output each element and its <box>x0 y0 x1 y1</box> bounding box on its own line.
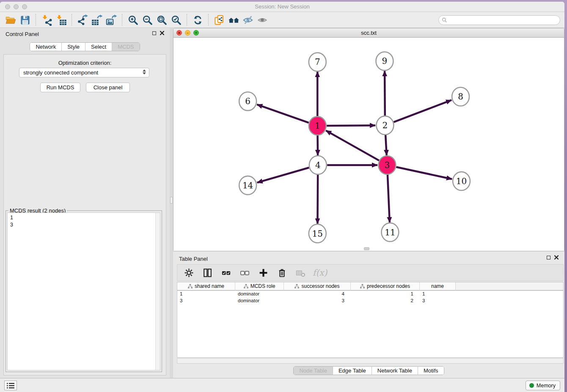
zoom-out-icon[interactable] <box>140 13 154 27</box>
tab-mcds[interactable]: MCDS <box>112 43 139 51</box>
table-cell[interactable]: 4 <box>284 291 351 298</box>
node-table[interactable]: shared nameMCDS rolesuccessor nodesprede… <box>177 282 564 358</box>
graph-edge-3-1[interactable] <box>326 130 379 160</box>
graph-node-label: 2 <box>383 120 388 130</box>
column-header-MCDS-role[interactable]: MCDS role <box>235 282 284 291</box>
table-panel-title: Table Panel <box>179 256 208 262</box>
criterion-select[interactable]: strongly connected component <box>19 68 149 77</box>
tab-edge-table[interactable]: Edge Table <box>333 367 372 375</box>
export-network-icon[interactable] <box>75 13 90 27</box>
export-table-icon[interactable] <box>90 13 104 27</box>
table-cell[interactable]: dominator <box>235 291 284 298</box>
splitter-handle[interactable] <box>170 197 173 204</box>
search-input[interactable] <box>449 17 560 24</box>
mcds-panel: Optimization criterion: strongly connect… <box>3 54 166 375</box>
graph-node-label: 4 <box>315 160 321 170</box>
eye-icon[interactable] <box>255 13 270 27</box>
graph-edge-2-9[interactable] <box>385 71 385 116</box>
close-table-panel-icon[interactable] <box>554 255 559 259</box>
mcds-result-textarea[interactable]: 1 3 <box>7 213 160 370</box>
export-image-icon[interactable] <box>104 13 118 27</box>
table-cell[interactable]: 2 <box>351 298 420 304</box>
graph-edge-1-6[interactable] <box>257 105 308 123</box>
table-cell[interactable]: 3 <box>284 298 351 304</box>
graph-edge-3-11[interactable] <box>388 174 390 223</box>
zoom-selected-icon[interactable] <box>169 13 183 27</box>
tab-node-table[interactable]: Node Table <box>294 367 333 375</box>
table-header-row: shared nameMCDS rolesuccessor nodesprede… <box>177 282 563 291</box>
table-horizontal-scrollbar[interactable] <box>177 358 564 364</box>
graph-node-7[interactable]: 7 <box>309 52 326 71</box>
close-panel-icon[interactable] <box>160 31 164 35</box>
graph-node-15[interactable]: 15 <box>309 224 326 243</box>
table-row[interactable]: 3dominator323 <box>177 298 563 304</box>
import-network-icon[interactable] <box>39 13 54 27</box>
table-cell[interactable]: 1 <box>351 291 420 298</box>
table-cell[interactable]: 3 <box>177 298 235 304</box>
refresh-icon[interactable] <box>190 13 205 27</box>
graph-edge-4-14[interactable] <box>257 168 309 182</box>
memory-button[interactable]: Memory <box>526 381 560 390</box>
table-cell[interactable]: dominator <box>235 298 284 304</box>
close-panel-button[interactable]: Close panel <box>86 83 130 92</box>
network-view-title: scc.txt <box>173 30 564 36</box>
table-row[interactable]: 1dominator411 <box>177 291 563 298</box>
select-stepper-icon <box>143 69 146 75</box>
network-canvas[interactable]: 1234678910111415 <box>173 38 564 251</box>
canvas-resize-grip[interactable] <box>364 247 369 250</box>
table-cell[interactable]: 1 <box>177 291 235 298</box>
deselect-all-icon[interactable] <box>238 266 251 279</box>
graph-node-10[interactable]: 10 <box>453 172 470 190</box>
graph-node-14[interactable]: 14 <box>239 176 256 195</box>
float-table-panel-icon[interactable] <box>547 256 550 259</box>
table-cell[interactable]: 3 <box>420 298 456 304</box>
graph-node-9[interactable]: 9 <box>376 52 393 70</box>
column-header-successor-nodes[interactable]: successor nodes <box>284 282 351 291</box>
graph-node-2[interactable]: 2 <box>376 116 394 135</box>
graph-edge-3-10[interactable] <box>396 167 452 179</box>
run-mcds-button[interactable]: Run MCDS <box>40 83 80 92</box>
home-icon[interactable] <box>226 13 241 27</box>
memory-label: Memory <box>537 383 556 389</box>
folder-open-icon[interactable] <box>3 13 18 27</box>
column-visibility-icon[interactable] <box>201 266 214 279</box>
table-cell[interactable]: 1 <box>420 291 456 298</box>
import-table-icon[interactable] <box>54 13 68 27</box>
tab-style[interactable]: Style <box>61 43 85 51</box>
column-header-name[interactable]: name <box>420 282 456 291</box>
task-history-button[interactable] <box>4 381 17 390</box>
graph-edge-2-8[interactable] <box>394 100 451 122</box>
clone-network-icon[interactable] <box>212 13 226 27</box>
result-scrollbar[interactable] <box>155 213 160 370</box>
graph-node-1[interactable]: 1 <box>309 116 326 135</box>
save-icon[interactable] <box>18 13 32 27</box>
column-header-predecessor-nodes[interactable]: predecessor nodes <box>351 282 420 291</box>
panel-splitter-vertical[interactable] <box>170 28 173 378</box>
zoom-fit-icon[interactable] <box>154 13 169 27</box>
zoom-in-icon[interactable] <box>126 13 140 27</box>
graph-edge-1-4[interactable] <box>317 135 318 155</box>
control-panel: Control Panel NetworkStyleSelectMCDS Opt… <box>0 28 170 378</box>
graph-node-4[interactable]: 4 <box>309 156 327 174</box>
graph-node-8[interactable]: 8 <box>452 87 469 106</box>
add-column-icon[interactable] <box>257 266 270 279</box>
eye-hide-icon[interactable] <box>241 13 255 27</box>
table-toolbar: f(x) <box>177 264 564 281</box>
search-field <box>438 15 560 25</box>
graph-node-3[interactable]: 3 <box>378 156 396 174</box>
graph-edge-2-3[interactable] <box>385 135 387 155</box>
settings-gear-icon[interactable] <box>182 266 195 279</box>
tab-select[interactable]: Select <box>85 43 112 51</box>
graph-edge-4-15[interactable] <box>317 174 318 224</box>
graph-node-6[interactable]: 6 <box>239 92 256 110</box>
app-window: Session: New Session <box>0 2 564 392</box>
select-all-icon[interactable] <box>220 266 232 279</box>
delete-column-icon[interactable] <box>275 266 288 279</box>
graph-edge-1-2[interactable] <box>327 125 375 126</box>
tab-network[interactable]: Network <box>30 43 61 51</box>
column-header-shared-name[interactable]: shared name <box>177 282 235 291</box>
tab-motifs[interactable]: Motifs <box>418 367 444 375</box>
tab-network-table[interactable]: Network Table <box>372 367 418 375</box>
graph-node-11[interactable]: 11 <box>381 223 399 242</box>
float-panel-icon[interactable] <box>152 31 156 35</box>
